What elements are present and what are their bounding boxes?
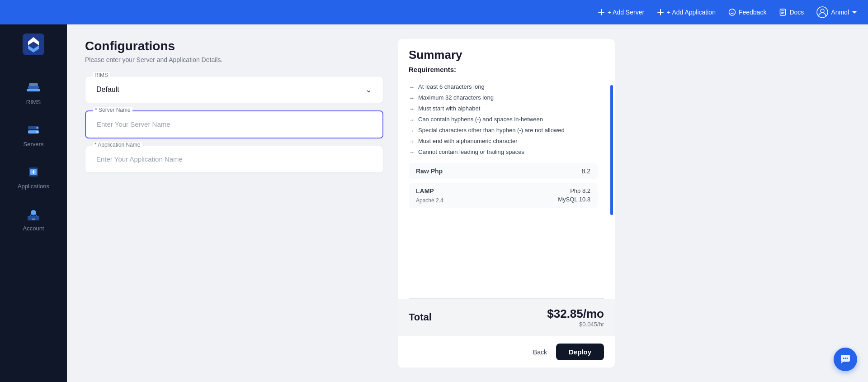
svg-point-0 [729, 9, 735, 15]
svg-rect-18 [32, 219, 35, 220]
main-content: Configurations Please enter your Server … [67, 24, 868, 382]
svg-point-21 [845, 358, 846, 359]
user-menu-button[interactable]: Anmol [816, 6, 857, 18]
arrow-icon: → [409, 149, 415, 156]
right-panel: Summary Requirements: → At least 6 chara… [398, 39, 615, 368]
deploy-button[interactable]: Deploy [556, 344, 604, 360]
req-item: → Can contain hyphens (-) and spaces in-… [409, 114, 598, 125]
raw-php-label: Raw Php [416, 167, 443, 175]
summary-header: Summary Requirements: [398, 39, 615, 81]
arrow-icon: → [409, 127, 415, 134]
sidebar-item-account[interactable]: Account [0, 198, 67, 240]
svg-point-1 [731, 11, 732, 12]
total-price: $32.85/mo $0.045/hr [547, 307, 604, 328]
summary-title: Summary [409, 48, 604, 62]
application-name-input[interactable] [96, 155, 372, 163]
application-name-form-group: Application Name [85, 146, 383, 173]
svg-point-12 [37, 127, 38, 129]
sidebar-navigation: RIMS Servers Applications [0, 72, 67, 240]
add-server-button[interactable]: + Add Server [598, 9, 644, 16]
requirements-title: Requirements: [409, 66, 604, 73]
left-panel: Configurations Please enter your Server … [85, 39, 383, 368]
sidebar-item-rims[interactable]: RIMS [0, 72, 67, 114]
svg-point-2 [733, 11, 734, 12]
req-item: → Cannot contain leading or trailing spa… [409, 147, 598, 158]
logo[interactable] [23, 33, 44, 57]
svg-point-20 [843, 358, 844, 359]
lamp-stack-card: LAMP Apache 2.4 Php 8.2 MySQL 10.3 [409, 183, 598, 208]
page-subtitle: Please enter your Server and Application… [85, 56, 383, 63]
arrow-icon: → [409, 116, 415, 123]
server-name-label: Server Name [93, 107, 132, 113]
add-application-button[interactable]: + Add Application [657, 9, 716, 16]
requirements-content: → At least 6 characters long → Maximum 3… [398, 81, 609, 298]
svg-rect-7 [28, 86, 39, 89]
rims-select[interactable]: Default [96, 86, 372, 93]
svg-rect-9 [29, 83, 38, 86]
arrow-icon: → [409, 105, 415, 112]
actions-section: Back Deploy [398, 336, 615, 368]
server-name-input[interactable] [97, 120, 372, 128]
sidebar-item-servers[interactable]: Servers [0, 114, 67, 156]
req-item: → Maximum 32 characters long [409, 92, 598, 103]
sidebar-label-rims: RIMS [26, 99, 41, 105]
svg-point-13 [37, 131, 38, 133]
chat-bubble-button[interactable] [834, 348, 857, 371]
req-item: → At least 6 characters long [409, 81, 598, 92]
req-item: → Must start with alphabet [409, 103, 598, 114]
sidebar-label-servers: Servers [24, 141, 44, 148]
total-section: Total $32.85/mo $0.045/hr [398, 299, 615, 336]
sidebar: RIMS Servers Applications [0, 24, 67, 382]
total-price-per-hour: $0.045/hr [547, 321, 604, 328]
summary-card: Summary Requirements: → At least 6 chara… [398, 39, 615, 368]
application-name-label: Application Name [93, 142, 142, 148]
total-price-main: $32.85/mo [547, 307, 604, 321]
req-item: → Must end with alphanumeric character [409, 136, 598, 147]
rims-label: RIMS [93, 72, 110, 78]
feedback-button[interactable]: Feedback [728, 9, 766, 16]
arrow-icon: → [409, 138, 415, 145]
arrow-icon: → [409, 95, 415, 101]
sidebar-item-applications[interactable]: Applications [0, 156, 67, 198]
server-name-form-group: Server Name [85, 110, 383, 138]
back-button[interactable]: Back [533, 349, 547, 356]
page-title: Configurations [85, 39, 383, 53]
scrollbar[interactable] [610, 85, 613, 215]
svg-point-22 [847, 358, 848, 359]
sidebar-label-applications: Applications [18, 183, 49, 190]
arrow-icon: → [409, 84, 415, 91]
top-nav: + Add Server + Add Application Feedback … [0, 0, 868, 24]
docs-button[interactable]: Docs [779, 9, 804, 16]
raw-php-stack-card: Raw Php 8.2 [409, 163, 598, 179]
lamp-label: LAMP Apache 2.4 [416, 187, 443, 204]
lamp-specs: Php 8.2 MySQL 10.3 [558, 187, 590, 203]
svg-rect-16 [28, 216, 39, 220]
sidebar-label-account: Account [23, 225, 44, 232]
summary-scrollable: → At least 6 characters long → Maximum 3… [398, 81, 615, 298]
rims-form-group: RIMS Default ⌄ [85, 76, 383, 103]
rims-select-wrapper: Default ⌄ [96, 86, 372, 94]
req-item: → Special characters other than hyphen (… [409, 125, 598, 136]
svg-point-5 [821, 9, 824, 13]
total-label: Total [409, 311, 432, 323]
raw-php-version: 8.2 [582, 167, 590, 175]
svg-rect-8 [27, 89, 40, 91]
